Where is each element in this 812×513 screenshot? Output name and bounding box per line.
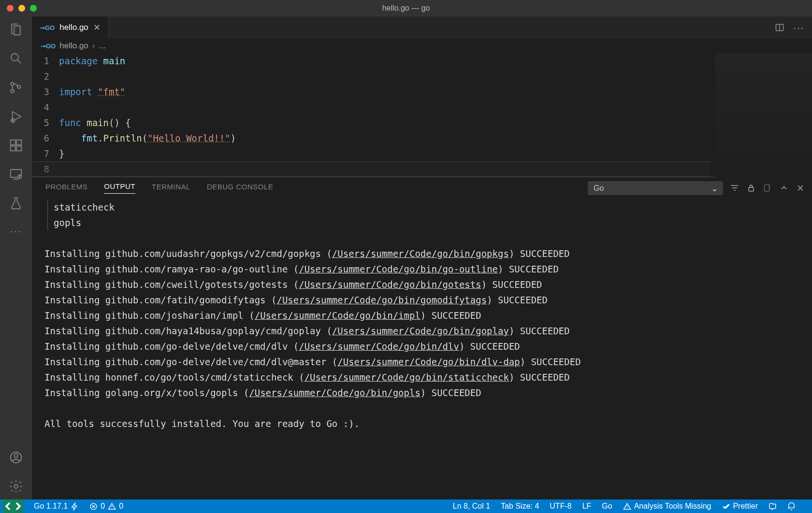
panel-tab-terminal[interactable]: TERMINAL bbox=[152, 183, 190, 194]
breadcrumb-separator: › bbox=[92, 41, 95, 51]
close-window-button[interactable] bbox=[7, 5, 14, 12]
output-footer: All tools successfully installed. You ar… bbox=[44, 416, 812, 431]
encoding-status[interactable]: UTF-8 bbox=[550, 502, 571, 511]
svg-rect-15 bbox=[749, 187, 754, 191]
more-icon[interactable]: ··· bbox=[10, 225, 22, 238]
output-channel-select[interactable]: Go bbox=[588, 181, 723, 195]
svg-rect-8 bbox=[16, 140, 21, 145]
explorer-icon[interactable] bbox=[9, 22, 23, 37]
minimize-window-button[interactable] bbox=[18, 5, 25, 12]
status-bar: Go 1.17.1 0 0 Ln 8, Col 1 Tab Size: 4 UT… bbox=[0, 499, 812, 513]
output-line: Installing honnef.co/go/tools/cmd/static… bbox=[44, 370, 812, 385]
notifications-icon[interactable] bbox=[787, 502, 796, 511]
panel-tab-debug-console[interactable]: DEBUG CONSOLE bbox=[207, 183, 273, 194]
panel: PROBLEMS OUTPUT TERMINAL DEBUG CONSOLE G… bbox=[32, 177, 812, 499]
maximize-panel-icon[interactable] bbox=[779, 183, 789, 193]
svg-point-2 bbox=[11, 89, 14, 92]
svg-rect-5 bbox=[11, 140, 15, 145]
eol-status[interactable]: LF bbox=[582, 502, 592, 511]
close-tab-icon[interactable]: ✕ bbox=[93, 22, 101, 33]
go-file-icon: ⊸GO bbox=[40, 24, 55, 31]
code-content[interactable]: package main import "fmt" func main() { … bbox=[59, 53, 812, 177]
traffic-lights bbox=[7, 5, 37, 12]
feedback-icon[interactable] bbox=[768, 502, 777, 511]
minimap[interactable] bbox=[715, 53, 812, 179]
remote-indicator[interactable] bbox=[3, 499, 23, 513]
panel-tab-output[interactable]: OUTPUT bbox=[104, 182, 135, 194]
indentation-status[interactable]: Tab Size: 4 bbox=[501, 502, 539, 511]
output-line: Installing golang.org/x/tools/gopls (/Us… bbox=[44, 385, 812, 400]
split-editor-icon[interactable] bbox=[775, 23, 784, 32]
titlebar: hello.go — go bbox=[0, 0, 812, 16]
output-content[interactable]: staticcheck gopls Installing github.com/… bbox=[32, 199, 812, 499]
settings-gear-icon[interactable] bbox=[9, 479, 23, 494]
run-debug-icon[interactable] bbox=[9, 109, 23, 124]
close-panel-icon[interactable] bbox=[796, 183, 805, 193]
svg-point-1 bbox=[11, 82, 14, 85]
account-icon[interactable] bbox=[9, 450, 23, 465]
remote-explorer-icon[interactable] bbox=[9, 167, 23, 182]
search-icon[interactable] bbox=[9, 51, 23, 66]
svg-point-12 bbox=[14, 454, 18, 458]
output-line: Installing github.com/go-delve/delve/cmd… bbox=[44, 339, 812, 354]
analysis-tools-status[interactable]: Analysis Tools Missing bbox=[623, 502, 711, 511]
output-line: Installing github.com/haya14busa/goplay/… bbox=[44, 323, 812, 339]
more-actions-icon[interactable]: ··· bbox=[793, 22, 804, 33]
source-control-icon[interactable] bbox=[9, 80, 23, 95]
line-number-gutter: 1 2 3 4 5 6 7 8 bbox=[32, 53, 59, 177]
output-line: Installing github.com/fatih/gomodifytags… bbox=[44, 292, 812, 308]
prettier-status[interactable]: Prettier bbox=[722, 502, 758, 511]
clear-output-icon[interactable] bbox=[763, 183, 772, 193]
panel-tab-problems[interactable]: PROBLEMS bbox=[45, 183, 87, 194]
testing-icon[interactable] bbox=[9, 196, 23, 211]
language-mode-status[interactable]: Go bbox=[602, 502, 612, 511]
activity-bar: ··· bbox=[0, 16, 32, 499]
svg-point-0 bbox=[11, 54, 18, 61]
output-line: Installing github.com/josharian/impl (/U… bbox=[44, 308, 812, 323]
svg-rect-6 bbox=[11, 146, 15, 151]
breadcrumb-more: ... bbox=[99, 41, 105, 51]
lock-scroll-icon[interactable] bbox=[746, 183, 756, 193]
problems-status[interactable]: 0 0 bbox=[89, 502, 123, 511]
code-editor[interactable]: 1 2 3 4 5 6 7 8 package main import "fmt… bbox=[32, 53, 812, 177]
breadcrumb[interactable]: ⊸GO hello.go › ... bbox=[32, 39, 812, 53]
extensions-icon[interactable] bbox=[9, 138, 23, 153]
output-line: Installing github.com/go-delve/delve/cmd… bbox=[44, 354, 812, 370]
tab-hello-go[interactable]: ⊸GO hello.go ✕ bbox=[32, 16, 109, 39]
output-line: Installing github.com/uudashr/gopkgs/v2/… bbox=[44, 246, 812, 261]
output-line: Installing github.com/ramya-rao-a/go-out… bbox=[44, 261, 812, 277]
go-version-status[interactable]: Go 1.17.1 bbox=[34, 502, 79, 511]
output-line: Installing github.com/cweill/gotests/got… bbox=[44, 277, 812, 292]
maximize-window-button[interactable] bbox=[30, 5, 37, 12]
breadcrumb-file: hello.go bbox=[59, 41, 88, 51]
filter-icon[interactable] bbox=[730, 183, 740, 193]
svg-rect-7 bbox=[16, 146, 21, 151]
editor-tabs: ⊸GO hello.go ✕ ··· bbox=[32, 16, 812, 39]
svg-point-13 bbox=[14, 484, 18, 488]
go-file-icon: ⊸GO bbox=[41, 43, 56, 50]
cursor-position-status[interactable]: Ln 8, Col 1 bbox=[453, 502, 490, 511]
tab-label: hello.go bbox=[59, 23, 88, 32]
window-title: hello.go — go bbox=[382, 4, 430, 13]
